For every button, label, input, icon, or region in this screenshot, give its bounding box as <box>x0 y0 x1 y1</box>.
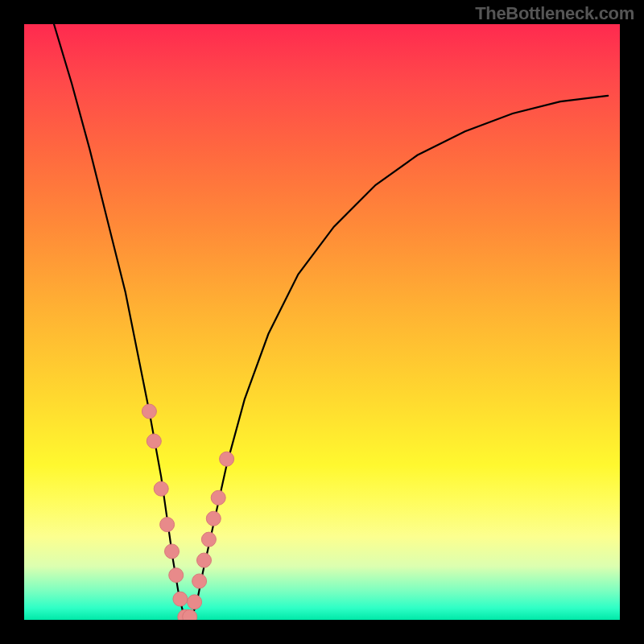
curve-marker <box>142 404 156 419</box>
bottleneck-curve-path <box>54 24 608 620</box>
curve-marker <box>220 452 234 466</box>
curve-marker <box>197 553 212 568</box>
marker-group <box>142 404 233 620</box>
curve-marker <box>201 532 216 547</box>
curve-marker <box>147 434 161 448</box>
curve-marker <box>211 490 225 505</box>
curve-marker <box>165 544 180 559</box>
curve-marker <box>160 518 175 532</box>
bottleneck-curve-svg <box>24 24 620 620</box>
curve-marker <box>188 595 202 609</box>
curve-marker <box>183 609 197 620</box>
curve-marker <box>169 568 184 583</box>
watermark-text: TheBottleneck.com <box>475 3 634 24</box>
curve-marker <box>178 609 192 620</box>
chart-frame: TheBottleneck.com <box>0 0 644 644</box>
curve-marker <box>154 481 168 496</box>
curve-marker <box>173 592 188 606</box>
curve-marker <box>206 511 221 526</box>
curve-marker <box>192 574 207 588</box>
plot-area <box>24 24 620 620</box>
